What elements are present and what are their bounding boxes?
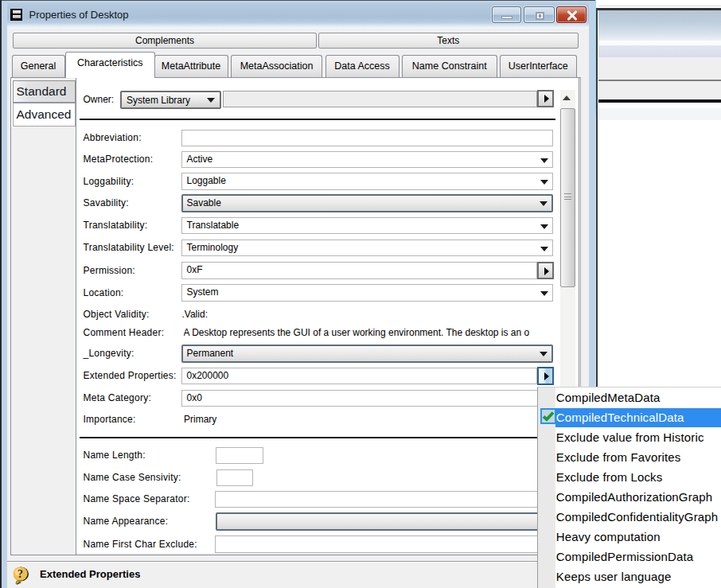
svg-text:?: ? [18, 568, 23, 580]
